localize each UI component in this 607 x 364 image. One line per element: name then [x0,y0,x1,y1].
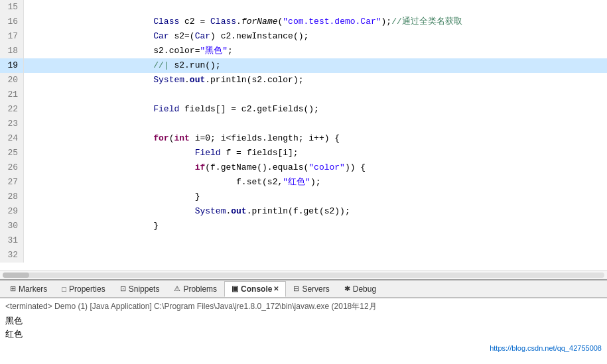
line-num-17: 17 [0,29,24,44]
line-num-30: 30 [0,219,24,233]
line-num-19: 19 [0,58,24,73]
line-num-23: 23 [0,117,24,131]
line-num-26: 26 [0,160,24,175]
line-num-16: 16 [0,15,24,29]
code-editor: 15 16 Class c2 = Class.forName("com.test… [0,0,607,279]
tab-debug-label: Debug [353,284,376,294]
tab-snippets[interactable]: ⊡ Snippets [113,281,167,297]
line-num-15: 15 [0,0,24,15]
properties-icon: □ [62,285,66,293]
console-footer-link: https://blog.csdn.net/qq_42755008 [5,344,602,352]
line-num-28: 28 [0,190,24,204]
tab-console[interactable]: ▣ Console ✕ [224,281,286,297]
tab-properties-label: Properties [69,284,105,294]
scrollbar-thumb [3,273,29,278]
line-num-29: 29 [0,204,24,219]
code-line-32: 32 [0,248,607,263]
console-active-indicator: ✕ [273,285,279,292]
horizontal-scrollbar[interactable] [0,270,607,279]
line-num-27: 27 [0,175,24,190]
console-terminated-text: <terminated> Demo (1) [Java Application]… [5,301,602,312]
line-num-20: 20 [0,73,24,88]
debug-icon: ✱ [344,284,350,293]
line-content-30: } [24,204,607,248]
markers-icon: ⊞ [10,284,16,293]
line-num-25: 25 [0,146,24,160]
line-num-21: 21 [0,88,24,102]
scrollbar-track [3,273,604,278]
tab-servers-label: Servers [302,284,329,294]
code-line-20: 20 System.out.println(s2.color); [0,73,607,88]
console-output-line-1: 黑色 [5,315,602,328]
tab-problems-label: Problems [183,284,217,294]
tab-markers[interactable]: ⊞ Markers [3,281,54,297]
console-output-line-2: 红色 [5,328,602,341]
line-num-31: 31 [0,233,24,248]
problems-icon: ⚠ [174,284,180,293]
tab-problems[interactable]: ⚠ Problems [167,281,224,297]
line-num-18: 18 [0,44,24,58]
code-line-22: 22 Field fields[] = c2.getFields(); [0,102,607,117]
tab-console-label: Console [241,284,272,294]
line-num-32: 32 [0,248,24,263]
snippets-icon: ⊡ [120,284,126,293]
tab-markers-label: Markers [19,284,47,294]
console-area: <terminated> Demo (1) [Java Application]… [0,298,607,364]
line-num-22: 22 [0,102,24,117]
tab-properties[interactable]: □ Properties [54,281,112,297]
line-num-24: 24 [0,131,24,146]
code-line-30: 30 } [0,219,607,233]
bottom-tab-bar: ⊞ Markers □ Properties ⊡ Snippets ⚠ Prob… [0,279,607,298]
servers-icon: ⊟ [293,284,299,293]
code-lines: 15 16 Class c2 = Class.forName("com.test… [0,0,607,270]
tab-servers[interactable]: ⊟ Servers [286,281,336,297]
tab-debug[interactable]: ✱ Debug [337,281,383,297]
console-icon: ▣ [232,284,238,293]
tab-snippets-label: Snippets [129,284,160,294]
